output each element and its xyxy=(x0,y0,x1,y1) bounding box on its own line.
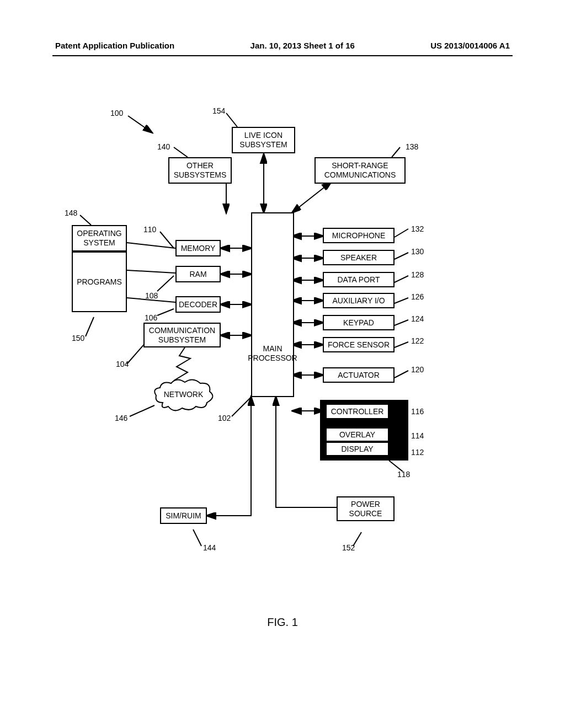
header-center: Jan. 10, 2013 Sheet 1 of 16 xyxy=(250,41,355,50)
block-label: CONTROLLER xyxy=(331,407,384,416)
ref-130: 130 xyxy=(411,247,424,256)
ref-152: 152 xyxy=(342,543,355,552)
block-label: LIVE ICONSUBSYSTEM xyxy=(239,131,287,149)
block-microphone: MICROPHONE xyxy=(323,228,395,243)
figure-caption: FIG. 1 xyxy=(267,616,298,629)
ref-106: 106 xyxy=(145,313,157,322)
block-other-subsystems: OTHERSUBSYSTEMS xyxy=(168,157,232,184)
block-controller: CONTROLLER xyxy=(326,404,389,419)
ref-108: 108 xyxy=(145,291,158,300)
svg-line-7 xyxy=(160,232,174,248)
block-overlay: OVERLAY xyxy=(326,427,389,442)
svg-line-22 xyxy=(395,371,408,378)
block-label: OVERLAY xyxy=(339,430,375,440)
ref-104: 104 xyxy=(116,360,129,368)
svg-line-31 xyxy=(127,243,175,248)
diagram-canvas: LIVE ICONSUBSYSTEM OTHERSUBSYSTEMS SHORT… xyxy=(55,105,510,601)
block-data-port: DATA PORT xyxy=(323,272,395,287)
ref-144: 144 xyxy=(203,543,216,552)
block-label: COMMUNICATIONSUBSYSTEM xyxy=(149,326,215,345)
svg-line-16 xyxy=(395,229,408,237)
svg-line-20 xyxy=(395,320,408,325)
block-label: KEYPAD xyxy=(343,318,374,328)
block-display: DISPLAY xyxy=(326,442,389,456)
svg-line-32 xyxy=(127,270,175,273)
block-label: SHORT-RANGECOMMUNICATIONS xyxy=(324,161,396,180)
ref-100: 100 xyxy=(110,109,123,117)
svg-line-13 xyxy=(232,397,251,416)
svg-line-5 xyxy=(392,147,400,157)
block-label: DECODER xyxy=(179,300,217,309)
block-label: MICROPHONE xyxy=(332,231,385,240)
page-header: Patent Application Publication Jan. 10, … xyxy=(0,41,565,50)
ref-150: 150 xyxy=(72,334,84,342)
svg-line-12 xyxy=(130,405,154,416)
block-label: NETWORK xyxy=(164,390,204,399)
ref-140: 140 xyxy=(157,142,170,151)
ref-114: 114 xyxy=(411,431,424,440)
svg-line-9 xyxy=(157,309,174,315)
block-speaker: SPEAKER xyxy=(323,250,395,265)
block-actuator: ACTUATOR xyxy=(323,367,395,383)
block-label: POWERSOURCE xyxy=(349,500,382,518)
ref-126: 126 xyxy=(411,292,424,301)
ref-112: 112 xyxy=(411,448,424,457)
block-aux-io: AUXILIARY I/O xyxy=(323,293,395,308)
block-decoder: DECODER xyxy=(175,296,221,313)
svg-line-4 xyxy=(174,147,188,157)
block-network: NETWORK xyxy=(152,378,215,411)
block-label: AUXILIARY I/O xyxy=(332,296,385,306)
ref-124: 124 xyxy=(411,314,424,323)
ref-110: 110 xyxy=(143,225,156,234)
svg-line-17 xyxy=(395,253,408,259)
ref-102: 102 xyxy=(218,414,231,422)
block-keypad: KEYPAD xyxy=(323,315,395,330)
block-ram: RAM xyxy=(175,266,221,282)
ref-146: 146 xyxy=(115,414,127,422)
ref-148: 148 xyxy=(65,208,77,217)
block-label: SPEAKER xyxy=(340,253,377,263)
ref-116: 116 xyxy=(411,407,424,416)
svg-line-2 xyxy=(128,116,152,132)
ref-128: 128 xyxy=(411,270,424,279)
svg-line-18 xyxy=(395,276,408,282)
block-force-sensor: FORCE SENSOR xyxy=(323,337,395,352)
block-label: DISPLAY xyxy=(341,445,373,454)
ref-118: 118 xyxy=(397,470,410,479)
ref-120: 120 xyxy=(411,365,424,374)
block-label: DATA PORT xyxy=(337,275,380,285)
block-memory: MEMORY xyxy=(175,240,221,256)
block-live-icon: LIVE ICONSUBSYSTEM xyxy=(232,127,295,153)
svg-line-11 xyxy=(86,317,94,336)
block-programs: PROGRAMS xyxy=(72,251,127,312)
svg-line-8 xyxy=(157,276,174,291)
svg-line-14 xyxy=(193,529,201,546)
block-label: PROGRAMS xyxy=(77,277,122,287)
block-label: SIM/RUIM xyxy=(166,511,201,521)
header-left: Patent Application Publication xyxy=(55,41,174,50)
block-label: OTHERSUBSYSTEMS xyxy=(174,161,227,180)
svg-line-3 xyxy=(226,113,237,127)
block-label: MAINPROCESSOR xyxy=(248,344,297,363)
ref-154: 154 xyxy=(212,106,225,115)
block-comm-subsystem: COMMUNICATIONSUBSYSTEM xyxy=(143,323,221,347)
block-label: ACTUATOR xyxy=(338,371,380,380)
block-label: OPERATINGSYSTEM xyxy=(77,229,121,248)
block-main-processor: MAINPROCESSOR xyxy=(251,212,294,397)
block-sim-ruim: SIM/RUIM xyxy=(160,507,207,524)
block-label: RAM xyxy=(189,270,206,279)
svg-line-19 xyxy=(395,298,408,303)
block-label: MEMORY xyxy=(181,244,216,253)
block-label: FORCE SENSOR xyxy=(328,340,390,350)
ref-122: 122 xyxy=(411,336,424,345)
ref-138: 138 xyxy=(406,142,418,151)
header-rule xyxy=(52,55,513,56)
ref-132: 132 xyxy=(411,224,424,233)
block-short-range: SHORT-RANGECOMMUNICATIONS xyxy=(315,157,406,184)
header-right: US 2013/0014006 A1 xyxy=(430,41,510,50)
svg-line-21 xyxy=(395,342,408,347)
block-power-source: POWERSOURCE xyxy=(337,496,395,521)
block-operating-system: OPERATINGSYSTEM xyxy=(72,225,127,251)
svg-line-6 xyxy=(80,215,91,225)
